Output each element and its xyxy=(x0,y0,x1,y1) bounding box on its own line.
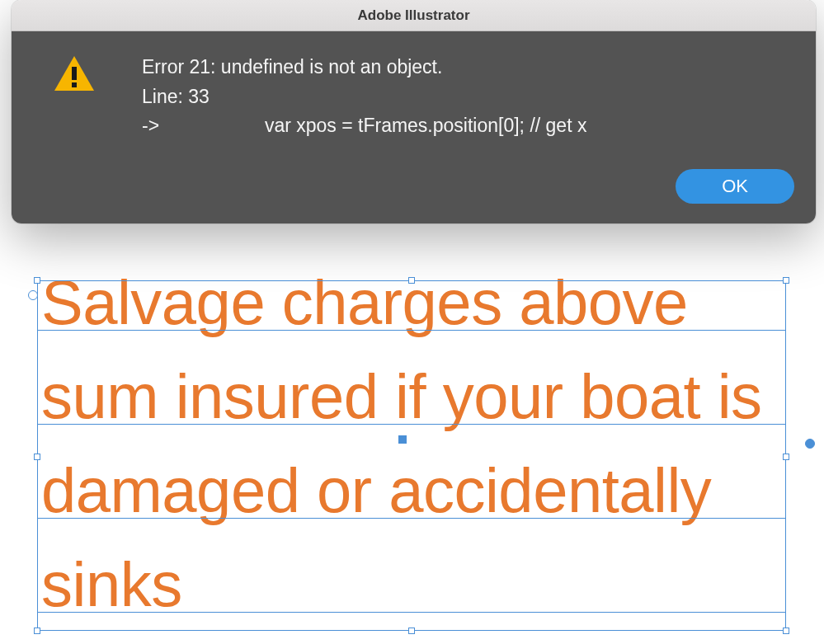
text-content[interactable]: Salvage charges above sum insured if you… xyxy=(37,256,804,632)
selected-text-frame[interactable]: Salvage charges above sum insured if you… xyxy=(37,256,804,632)
text-baseline xyxy=(37,612,786,613)
error-message: Error 21: undefined is not an object. Li… xyxy=(142,53,791,141)
dialog-title: Adobe Illustrator xyxy=(357,7,469,24)
selection-handle-mid-left[interactable] xyxy=(34,454,40,460)
text-baseline xyxy=(37,424,786,425)
svg-rect-1 xyxy=(72,82,77,87)
error-line-1: Error 21: undefined is not an object. xyxy=(142,53,791,82)
ok-button[interactable]: OK xyxy=(676,169,794,204)
selection-handle-top-right[interactable] xyxy=(783,277,789,284)
center-point-marker xyxy=(398,435,407,444)
selection-handle-bottom-left[interactable] xyxy=(34,628,40,634)
text-in-port[interactable] xyxy=(28,290,38,300)
selection-handle-mid-right[interactable] xyxy=(783,454,789,460)
warning-icon xyxy=(53,54,96,97)
error-line-3: -> var xpos = tFrames.position[0]; // ge… xyxy=(142,111,791,141)
dialog-body: Error 21: undefined is not an object. Li… xyxy=(12,31,816,161)
selection-handle-bottom-mid[interactable] xyxy=(408,628,415,634)
dialog-footer: OK xyxy=(12,161,816,223)
dialog-titlebar[interactable]: Adobe Illustrator xyxy=(12,0,816,31)
illustrator-canvas[interactable]: Salvage charges above sum insured if you… xyxy=(37,256,804,632)
svg-rect-0 xyxy=(72,67,77,80)
text-baseline xyxy=(37,330,786,331)
error-dialog: Adobe Illustrator Error 21: undefined is… xyxy=(12,0,816,223)
selection-handle-bottom-right[interactable] xyxy=(783,628,789,634)
error-line-2: Line: 33 xyxy=(142,82,791,112)
selection-handle-top-mid[interactable] xyxy=(408,277,415,284)
text-out-port[interactable] xyxy=(805,439,815,449)
text-baseline xyxy=(37,518,786,519)
selection-handle-top-left[interactable] xyxy=(34,277,40,284)
